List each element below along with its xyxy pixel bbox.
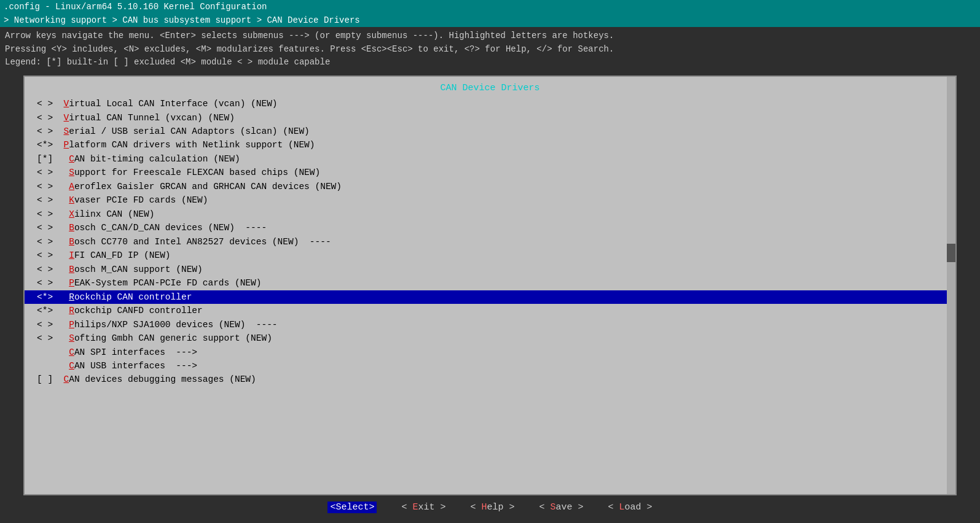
help-line1: Arrow keys navigate the menu. <Enter> se… [5,29,975,43]
menu-item-xilinx[interactable]: < > Xilinx CAN (NEW) [25,207,955,221]
scrollbar-thumb[interactable] [947,244,955,262]
breadcrumb: > Networking support > CAN bus subsystem… [4,15,360,25]
menu-item-hotkey-rockchip: R [69,292,74,302]
menu-item-prefix-platcan: <*> [37,140,64,150]
menu-item-suffix-mcan: osch M_CAN support (NEW) [74,265,203,274]
menu-item-canspi[interactable]: CAN SPI interfaces ---> [25,346,955,359]
menu-item-hotkey-ifi: I [69,250,74,260]
load-button[interactable]: < Load > [608,502,653,513]
help-text: Arrow keys navigate the menu. <Enter> se… [5,27,975,72]
help-line3: Legend: [*] built-in [ ] excluded <M> mo… [5,56,975,69]
menu-item-hotkey-flexcan: S [69,168,74,177]
menu-title: CAN Device Drivers [25,83,955,93]
menu-item-prefix-mcan: < > [37,265,69,274]
menu-item-suffix-vcan: irtual Local CAN Interface (vcan) (NEW) [69,99,277,109]
menu-box: CAN Device Drivers < > Virtual Local CAN… [23,76,957,495]
load-hotkey: L [619,502,625,513]
menu-item-vxcan[interactable]: < > Virtual CAN Tunnel (vxcan) (NEW) [25,111,955,125]
help-hotkey: H [481,502,487,513]
menu-item-grcan[interactable]: < > Aeroflex Gaisler GRCAN and GRHCAN CA… [25,180,955,193]
menu-item-suffix-kvaser: vaser PCIe FD cards (NEW) [74,195,208,205]
menu-item-flexcan[interactable]: < > Support for Freescale FLEXCAN based … [25,166,955,179]
menu-item-rockchip[interactable]: <*> Rockchip CAN controller [25,290,955,304]
menu-item-platcan[interactable]: <*> Platform CAN drivers with Netlink su… [25,138,955,152]
menu-item-suffix-vxcan: irtual CAN Tunnel (vxcan) (NEW) [69,113,235,123]
exit-button[interactable]: < Exit > [401,502,445,513]
menu-item-hotkey-pcanpcie: P [69,278,74,288]
scrollbar[interactable] [947,77,955,494]
menu-item-suffix-canusb: AN USB interfaces ---> [74,361,197,371]
menu-item-hotkey-mcan: B [69,265,74,274]
menu-item-hotkey-platcan: P [64,140,69,150]
menu-item-softing[interactable]: < > Softing Gmbh CAN generic support (NE… [25,331,955,345]
bottom-buttons: <Select> < Exit > < Help > < Save > < Lo… [5,495,975,518]
terminal: .config - Linux/arm64 5.10.160 Kernel Co… [0,0,980,523]
menu-item-hotkey-canusb: C [69,361,74,371]
menu-item-suffix-platcan: latform CAN drivers with Netlink support… [69,140,315,150]
menu-item-suffix-pcanpcie: EAK-System PCAN-PCIe FD cards (NEW) [74,278,262,288]
menu-item-sja1000[interactable]: < > Philips/NXP SJA1000 devices (NEW) --… [25,318,955,331]
menu-item-suffix-flexcan: upport for Freescale FLEXCAN based chips… [74,168,320,177]
menu-item-prefix-cantiming: [*] [37,154,69,164]
menu-item-prefix-xilinx: < > [37,209,69,219]
title-bar: .config - Linux/arm64 5.10.160 Kernel Co… [0,0,980,14]
menu-items-container: < > Virtual Local CAN Interface (vcan) (… [25,97,955,387]
menu-item-candebug[interactable]: [ ] CAN devices debugging messages (NEW) [25,373,955,386]
menu-item-prefix-slcan: < > [37,126,64,136]
menu-item-slcan[interactable]: < > Serial / USB serial CAN Adaptors (sl… [25,125,955,138]
menu-item-suffix-cantiming: AN bit-timing calculation (NEW) [74,154,240,164]
menu-item-prefix-rockchipfd: <*> [37,306,69,316]
menu-item-prefix-grcan: < > [37,182,69,192]
menu-item-hotkey-slcan: S [64,126,69,136]
menu-item-kvaser[interactable]: < > Kvaser PCIe FD cards (NEW) [25,193,955,207]
menu-item-pcanpcie[interactable]: < > PEAK-System PCAN-PCIe FD cards (NEW) [25,276,955,290]
menu-item-bosch770[interactable]: < > Bosch CC770 and Intel AN82527 device… [25,235,955,249]
menu-item-boschccan[interactable]: < > Bosch C_CAN/D_CAN devices (NEW) ---- [25,221,955,234]
menu-item-suffix-rockchipfd: ockchip CANFD controller [74,306,203,316]
menu-item-suffix-grcan: eroflex Gaisler GRCAN and GRHCAN CAN dev… [74,182,342,192]
menu-item-hotkey-rockchipfd: R [69,306,74,316]
menu-item-hotkey-canspi: C [69,347,74,357]
menu-item-prefix-canspi [37,347,69,357]
help-button[interactable]: < Help > [470,502,514,513]
breadcrumb-bar: > Networking support > CAN bus subsystem… [0,14,980,27]
menu-item-suffix-candebug: AN devices debugging messages (NEW) [69,374,256,384]
menu-item-prefix-boschccan: < > [37,223,69,233]
menu-item-ifi[interactable]: < > IFI CAN_FD IP (NEW) [25,249,955,262]
menu-item-suffix-sja1000: hilips/NXP SJA1000 devices (NEW) ---- [74,320,278,330]
menu-item-hotkey-boschccan: B [69,223,74,233]
menu-item-suffix-boschccan: osch C_CAN/D_CAN devices (NEW) ---- [74,223,267,233]
menu-item-hotkey-kvaser: K [69,195,74,205]
menu-item-hotkey-sja1000: P [69,320,74,330]
content-area: Arrow keys navigate the menu. <Enter> se… [0,27,980,523]
window-title: .config - Linux/arm64 5.10.160 Kernel Co… [4,2,267,12]
menu-item-prefix-canusb [37,361,69,371]
menu-item-prefix-candebug: [ ] [37,374,64,384]
menu-item-prefix-sja1000: < > [37,320,69,330]
menu-item-prefix-rockchip: <*> [37,292,69,302]
menu-item-prefix-vcan: < > [37,99,64,109]
menu-item-vcan[interactable]: < > Virtual Local CAN Interface (vcan) (… [25,97,955,110]
menu-item-hotkey-bosch770: B [69,237,74,247]
menu-item-prefix-softing: < > [37,333,69,343]
menu-item-hotkey-softing: S [69,333,74,343]
menu-item-cantiming[interactable]: [*] CAN bit-timing calculation (NEW) [25,152,955,166]
menu-item-hotkey-xilinx: X [69,209,74,219]
save-hotkey: S [551,502,556,513]
menu-item-suffix-ifi: FI CAN_FD IP (NEW) [74,250,171,260]
menu-item-suffix-canspi: AN SPI interfaces ---> [74,347,197,357]
menu-item-hotkey-vxcan: V [64,113,69,123]
menu-item-hotkey-candebug: C [64,374,69,384]
menu-item-suffix-softing: ofting Gmbh CAN generic support (NEW) [74,333,272,343]
menu-item-prefix-bosch770: < > [37,237,69,247]
select-button[interactable]: <Select> [327,502,377,513]
exit-hotkey: E [412,502,418,513]
menu-item-canusb[interactable]: CAN USB interfaces ---> [25,359,955,373]
menu-item-prefix-pcanpcie: < > [37,278,69,288]
menu-item-mcan[interactable]: < > Bosch M_CAN support (NEW) [25,263,955,276]
menu-item-hotkey-grcan: A [69,182,74,192]
menu-item-suffix-xilinx: ilinx CAN (NEW) [74,209,155,219]
menu-item-prefix-flexcan: < > [37,168,69,177]
save-button[interactable]: < Save > [539,502,584,513]
menu-item-rockchipfd[interactable]: <*> Rockchip CANFD controller [25,304,955,317]
